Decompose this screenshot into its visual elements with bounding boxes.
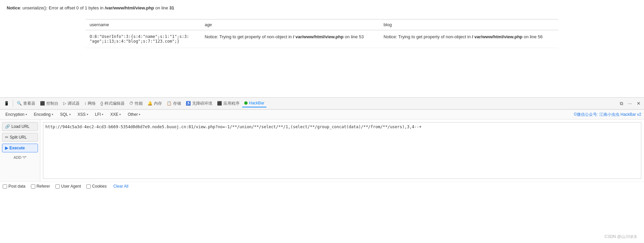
console-icon: ⬛	[40, 101, 45, 106]
blog-notice-msg: : Trying to get property of non-object i…	[396, 34, 472, 39]
referer-label: Referer	[37, 184, 50, 189]
execute-button[interactable]: ▶ Execute	[2, 144, 38, 152]
devtools-bar: 📱 🔍 查看器 ⬛ 控制台 ▷ 调试器 ↕ 网络 {} 样式编辑器 ⏱ 性能 🔔…	[0, 97, 644, 109]
performance-icon: ⏱	[129, 101, 133, 106]
hackbar-area: Encryption ▾ Encoding ▾ SQL ▾ XSS ▾ LFI …	[0, 109, 644, 191]
inspector-label: 查看器	[23, 101, 35, 106]
age-notice-label: Notice	[205, 34, 217, 39]
cell-username: O:8:"UserInfo":3:{s:4:"name";s:1:"1";s:3…	[86, 30, 201, 48]
col-header-blog: blog	[380, 19, 559, 30]
performance-label: 性能	[135, 101, 143, 106]
cell-age: Notice: Trying to get property of non-ob…	[201, 30, 380, 48]
split-url-button[interactable]: ✂ Split URL	[2, 133, 38, 142]
tab-apps[interactable]: ⬛ 应用程序	[215, 99, 242, 108]
page-content: Notice: unserialize(): Error at offset 0…	[0, 0, 644, 97]
tab-a11y[interactable]: ♿ 无障碍环境	[184, 99, 214, 108]
tab-inspector[interactable]: 🔍 查看器	[15, 99, 37, 108]
encoding-label: Encoding	[34, 112, 51, 117]
cookies-checkbox-label[interactable]: Cookies	[86, 184, 106, 189]
debugger-icon: ▷	[63, 101, 66, 106]
a11y-icon: ♿	[186, 101, 191, 106]
tab-network[interactable]: ↕ 网络	[82, 99, 98, 108]
lfi-label: LFI	[95, 112, 101, 117]
other-label: Other	[128, 112, 138, 117]
devtools-responsive-btn[interactable]: 📱	[2, 100, 11, 107]
age-line-text: on line	[344, 34, 359, 39]
a11y-label: 无障碍环境	[192, 101, 212, 106]
sql-arrow-icon: ▾	[69, 113, 71, 116]
tab-styleeditor[interactable]: {} 样式编辑器	[98, 99, 127, 108]
col-header-age: age	[201, 19, 380, 30]
storage-label: 存储	[173, 101, 181, 106]
memory-label: 内存	[154, 101, 162, 106]
age-line: 53	[359, 34, 363, 39]
tab-console[interactable]: ⬛ 控制台	[38, 99, 60, 108]
hackbar-menu: Encryption ▾ Encoding ▾ SQL ▾ XSS ▾ LFI …	[0, 110, 644, 119]
hackbar-dot-icon	[244, 101, 248, 105]
load-url-icon: 🔗	[5, 124, 10, 129]
tab-debugger[interactable]: ▷ 调试器	[61, 99, 82, 108]
add-label: ADD */*	[14, 155, 27, 159]
devtools-dock-btn[interactable]: ⧉	[618, 99, 625, 108]
network-icon: ↕	[84, 101, 86, 106]
blog-line-text: on line	[522, 34, 538, 39]
add-button[interactable]: ADD */*	[13, 154, 28, 160]
execute-icon: ▶	[5, 146, 8, 150]
storage-icon: 📋	[167, 101, 172, 106]
menu-xxe[interactable]: XXE ▾	[108, 111, 124, 118]
menu-other[interactable]: Other ▾	[125, 111, 143, 118]
blog-line: 56	[538, 34, 543, 39]
styleeditor-label: 样式编辑器	[104, 101, 125, 106]
xss-arrow-icon: ▾	[87, 113, 88, 116]
menu-encryption[interactable]: Encryption ▾	[3, 111, 30, 118]
apps-label: 应用程序	[223, 101, 240, 106]
menu-xss[interactable]: XSS ▾	[75, 111, 91, 118]
responsive-icon: 📱	[4, 101, 9, 106]
split-url-label: Split URL	[10, 135, 27, 140]
age-file: / var/www/html/view.php	[293, 34, 344, 39]
lfi-arrow-icon: ▾	[102, 113, 103, 116]
table-row: O:8:"UserInfo":3:{s:4:"name";s:1:"1";s:3…	[86, 30, 559, 48]
menu-sql[interactable]: SQL ▾	[57, 111, 74, 118]
notice-file: /var/www/html/view.php	[105, 5, 154, 10]
xxe-arrow-icon: ▾	[119, 113, 121, 116]
xxe-label: XXE	[110, 112, 118, 117]
url-input[interactable]	[43, 122, 641, 179]
tab-memory[interactable]: 🔔 内存	[145, 99, 164, 108]
user-agent-label: User Agent	[61, 184, 81, 189]
cookies-checkbox[interactable]	[86, 184, 91, 189]
user-agent-checkbox-label[interactable]: User Agent	[55, 184, 81, 189]
clear-all-button[interactable]: Clear All	[113, 184, 128, 189]
referer-checkbox-label[interactable]: Referer	[31, 184, 50, 189]
age-notice-msg: : Trying to get property of non-object i…	[217, 34, 293, 39]
post-data-label: Post data	[8, 184, 26, 189]
devtools-more-btn[interactable]: ···	[627, 99, 633, 107]
hackbar-label: HackBar	[249, 101, 264, 105]
split-url-icon: ✂	[5, 135, 8, 140]
cell-blog: Notice: Trying to get property of non-ob…	[380, 30, 559, 48]
sql-label: SQL	[60, 112, 68, 117]
tab-hackbar[interactable]: HackBar	[242, 99, 266, 107]
blog-notice-label: Notice	[384, 34, 396, 39]
user-agent-checkbox[interactable]	[55, 184, 60, 189]
cookies-label: Cookies	[92, 184, 106, 189]
post-data-checkbox[interactable]	[3, 184, 7, 189]
menu-encoding[interactable]: Encoding ▾	[31, 111, 56, 118]
memory-icon: 🔔	[147, 101, 153, 106]
blog-file: / var/www/html/view.php	[472, 34, 523, 39]
load-url-button[interactable]: 🔗 Load URL	[2, 122, 38, 131]
post-data-checkbox-label[interactable]: Post data	[3, 184, 26, 189]
devtools-close-btn[interactable]: ✕	[635, 99, 642, 107]
encryption-arrow-icon: ▾	[26, 113, 27, 116]
console-label: 控制台	[46, 101, 58, 106]
col-header-username: username	[86, 19, 201, 30]
top-notice: Notice: unserialize(): Error at offset 0…	[7, 3, 637, 12]
other-arrow-icon: ▾	[139, 113, 140, 116]
styleeditor-icon: {}	[100, 101, 103, 106]
menu-lfi[interactable]: LFI ▾	[92, 111, 106, 118]
tab-performance[interactable]: ⏱ 性能	[127, 99, 145, 108]
hackbar-bottom: Post data Referer User Agent Cookies Cle…	[0, 182, 644, 191]
referer-checkbox[interactable]	[31, 184, 35, 189]
tab-storage[interactable]: 📋 存储	[165, 99, 183, 108]
clear-all-label: Clear All	[113, 184, 128, 189]
